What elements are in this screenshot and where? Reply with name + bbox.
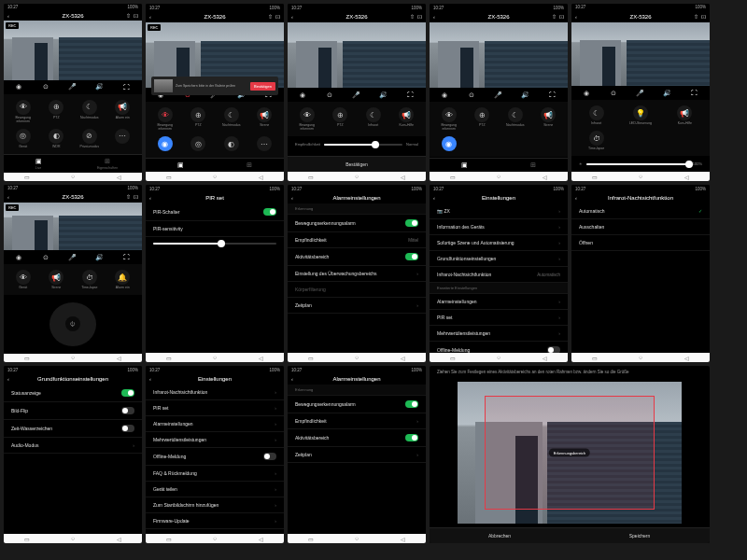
ptz-feature[interactable]: ⊕PTZ bbox=[41, 98, 73, 125]
device-feature[interactable]: ◎Gerät bbox=[7, 127, 39, 150]
save-button[interactable]: Speichern bbox=[570, 528, 710, 543]
screen-live-4: 10:27100% ‹ZX-5326⇧⊡ ◉⊙🎤🔊⛶ 👁Bewegung erk… bbox=[430, 4, 568, 181]
screen-settings-1: 10:27100% ‹Einstellungen 📷 ZX› Informati… bbox=[430, 185, 568, 362]
nav-home[interactable]: ○ bbox=[69, 175, 77, 178]
pir-slider[interactable] bbox=[146, 237, 284, 250]
toolbar: ◉ ⊙ 🎤 🔊 ⛶ bbox=[4, 80, 142, 94]
feature-grid: 👁Bewegung erkennen ⊕PTZ ☾Nachtmodus 📢Ala… bbox=[4, 94, 142, 154]
screen-settings-2: 10:27100% ‹Einstellungen Infrarot-Nachts… bbox=[146, 366, 284, 543]
sensitivity-slider[interactable]: Empfindlichkeit Normal bbox=[288, 136, 426, 152]
screen-sensitivity: 10:27100% ‹ZX-5326⇧⊡ ◉⊙🎤🔊⛶ 👁Bewegung erk… bbox=[288, 4, 426, 181]
nav-recent[interactable]: ▭ bbox=[23, 175, 31, 178]
screen-nightvision: 10:27100% ‹Infrarot-Nachtsichtfunktion A… bbox=[571, 185, 710, 362]
toggle[interactable] bbox=[263, 208, 276, 216]
detection-hint: Ziehen Sie zum Festlegen eines Aktivität… bbox=[430, 366, 710, 378]
snapshot-button[interactable]: ◉ bbox=[15, 83, 23, 91]
sound-button[interactable]: 🔊 bbox=[95, 83, 104, 91]
back-icon[interactable]: ‹ bbox=[149, 14, 151, 20]
camera-feed[interactable]: REC bbox=[4, 21, 142, 80]
siren-feature[interactable]: 📢Alarm ein bbox=[107, 98, 139, 125]
ptz-power[interactable]: ⏻ bbox=[65, 316, 80, 331]
status-bar: 10:27100% bbox=[4, 4, 142, 10]
private-feature[interactable]: ⊘Privat-modus bbox=[74, 127, 106, 150]
night-on[interactable]: Öffnen bbox=[571, 235, 710, 251]
motion-feature[interactable]: 👁Bewegung erkennen bbox=[7, 98, 39, 125]
detection-preview[interactable]: Erkennungsbereich bbox=[458, 382, 682, 524]
brightness-slider[interactable]: ☀ 100% bbox=[571, 156, 710, 172]
screen-live-popup: 10:27100% ‹ZX-5326⇧⊡ REC Zum Speichern b… bbox=[146, 4, 284, 181]
tab-settings[interactable]: ⊞Eigenschaften bbox=[73, 155, 142, 173]
expand-button[interactable]: ⛶ bbox=[122, 83, 131, 91]
tab-live[interactable]: ▣Live bbox=[4, 155, 73, 173]
night-off[interactable]: Ausschalten bbox=[571, 219, 710, 235]
screen-ptz: 10:27100% ‹ZX-5326⇧⊡ REC ◉⊙🎤🔊⛶ 👁Gerät 📢S… bbox=[4, 185, 142, 362]
night-auto[interactable]: Automatisch✓ bbox=[571, 203, 710, 219]
screen-live-1: 10:27100% ‹ ZX-5326 ⇧⊡ REC ◉ ⊙ 🎤 🔊 ⛶ 👁Be… bbox=[4, 4, 142, 181]
cancel-button[interactable]: Abbrechen bbox=[430, 528, 570, 543]
screen-alarm-2: 10:27100% ‹Alarmeinstellungen Erkennung … bbox=[288, 366, 426, 543]
back-icon[interactable]: ‹ bbox=[7, 13, 9, 19]
screen-detection-area: Ziehen Sie zum Festlegen eines Aktivität… bbox=[430, 366, 710, 543]
settings-icon[interactable]: ⊡ bbox=[134, 13, 138, 19]
ptz-control[interactable]: ⏻ bbox=[49, 302, 96, 346]
pir-switch-row[interactable]: PIR-Schalter bbox=[146, 203, 284, 221]
gallery-popup: Zum Speichern bitte in der Galerie prüfe… bbox=[151, 77, 278, 95]
detection-area-btn[interactable]: Erkennungsbereich bbox=[549, 449, 590, 457]
mic-button[interactable]: 🎤 bbox=[68, 83, 77, 91]
rec-badge: REC bbox=[6, 22, 19, 29]
screen-led: 10:27100% ‹ZX-5326⇧⊡ ◉⊙🎤🔊⛶ ☾Infrarot 💡LE… bbox=[571, 4, 710, 181]
popup-confirm[interactable]: Bestätigen bbox=[250, 82, 275, 91]
tab-bar: ▣Live ⊞Eigenschaften bbox=[4, 154, 142, 173]
night-feature[interactable]: ☾Nachtmodus bbox=[74, 98, 106, 125]
screen-basic: 10:27100% ‹Grundfunktionseinstellungen S… bbox=[4, 366, 142, 543]
device-title: ZX-5326 bbox=[9, 13, 136, 19]
more-feature[interactable]: ⋯ bbox=[107, 127, 139, 150]
wdr-feature[interactable]: ◐WDR bbox=[41, 127, 73, 150]
screen-pir: 10:27100% ‹PIR set PIR-Schalter PIR-sens… bbox=[146, 185, 284, 362]
popup-thumb bbox=[154, 79, 173, 92]
share-icon[interactable]: ⇧ bbox=[126, 13, 131, 19]
record-button[interactable]: ⊙ bbox=[42, 83, 50, 91]
pir-sens-row: PIR-sensitivity bbox=[146, 221, 284, 237]
android-nav: ▭○◁ bbox=[4, 173, 142, 181]
screen-alarm-1: 10:27100% ‹Alarmeinstellungen Erkennung … bbox=[288, 185, 426, 362]
nav-back[interactable]: ◁ bbox=[115, 175, 122, 178]
popup-text: Zum Speichern bitte in der Galerie prüfe… bbox=[176, 84, 247, 88]
app-header: ‹ ZX-5326 ⇧⊡ bbox=[4, 10, 142, 21]
confirm-button[interactable]: Bestätigen bbox=[288, 157, 426, 172]
